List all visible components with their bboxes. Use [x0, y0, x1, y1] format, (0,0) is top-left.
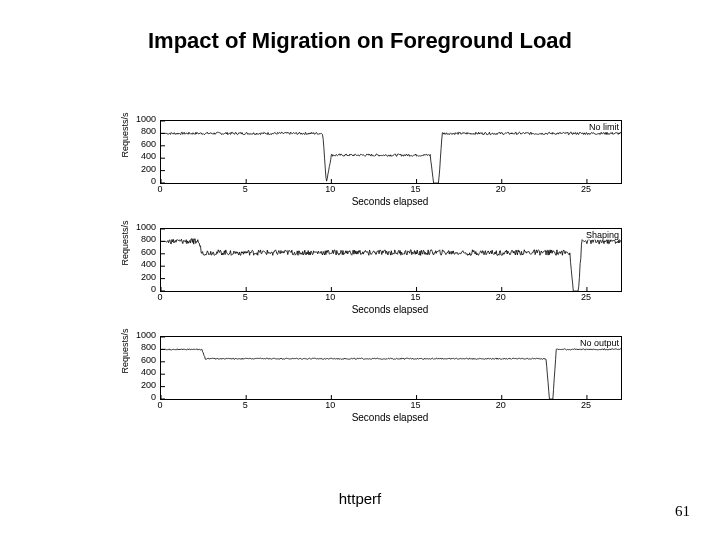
y-tick-label: 1000 [120, 223, 156, 232]
x-tick-label: 25 [576, 292, 596, 302]
x-tick-label: 10 [320, 292, 340, 302]
slide: Impact of Migration on Foreground Load R… [0, 0, 720, 540]
y-tick-label: 1000 [120, 331, 156, 340]
caption: httperf [0, 490, 720, 507]
x-tick-label: 5 [235, 400, 255, 410]
x-tick-label: 20 [491, 400, 511, 410]
x-tick-label: 0 [150, 400, 170, 410]
x-tick-label: 0 [150, 184, 170, 194]
page-title: Impact of Migration on Foreground Load [0, 28, 720, 54]
y-tick-label: 800 [120, 343, 156, 352]
series-label-2: No output [580, 338, 619, 348]
y-tick-label: 1000 [120, 115, 156, 124]
y-tick-label: 400 [120, 368, 156, 377]
x-tick-label: 25 [576, 400, 596, 410]
y-tick-label: 600 [120, 248, 156, 257]
plot-area-2: No output [160, 336, 622, 400]
plot-area-0: No limit [160, 120, 622, 184]
y-tick-label: 200 [120, 381, 156, 390]
x-axis-label: Seconds elapsed [160, 412, 620, 423]
y-tick-label: 600 [120, 356, 156, 365]
y-tick-label: 200 [120, 165, 156, 174]
series-label-0: No limit [589, 122, 619, 132]
charts-container: Requests/s No limit Seconds elapsed 0200… [120, 120, 650, 444]
x-tick-label: 5 [235, 184, 255, 194]
x-tick-label: 15 [406, 400, 426, 410]
x-tick-label: 10 [320, 400, 340, 410]
x-tick-label: 10 [320, 184, 340, 194]
x-tick-label: 20 [491, 184, 511, 194]
y-tick-label: 600 [120, 140, 156, 149]
x-tick-label: 15 [406, 184, 426, 194]
page-number: 61 [675, 503, 690, 520]
y-tick-label: 400 [120, 152, 156, 161]
chart-panel-2: Requests/s No output Seconds elapsed 020… [120, 336, 650, 426]
x-tick-label: 15 [406, 292, 426, 302]
x-axis-label: Seconds elapsed [160, 196, 620, 207]
y-tick-label: 800 [120, 127, 156, 136]
plot-area-1: Shaping [160, 228, 622, 292]
x-tick-label: 20 [491, 292, 511, 302]
chart-panel-0: Requests/s No limit Seconds elapsed 0200… [120, 120, 650, 210]
y-tick-label: 200 [120, 273, 156, 282]
y-tick-label: 400 [120, 260, 156, 269]
chart-panel-1: Requests/s Shaping Seconds elapsed 02004… [120, 228, 650, 318]
x-axis-label: Seconds elapsed [160, 304, 620, 315]
x-tick-label: 0 [150, 292, 170, 302]
series-label-1: Shaping [586, 230, 619, 240]
x-tick-label: 25 [576, 184, 596, 194]
y-tick-label: 800 [120, 235, 156, 244]
x-tick-label: 5 [235, 292, 255, 302]
